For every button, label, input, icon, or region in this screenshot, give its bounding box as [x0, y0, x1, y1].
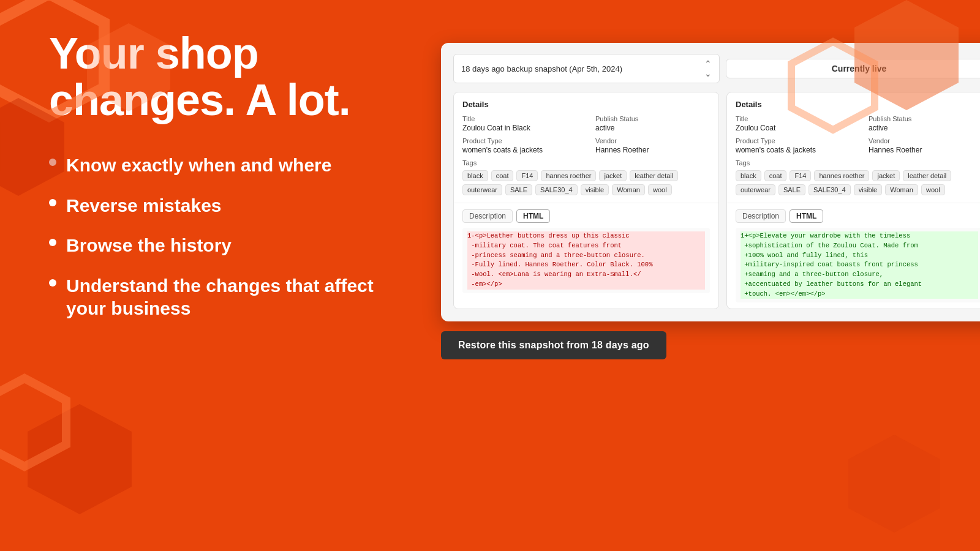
bullet-dot-4 — [49, 279, 56, 287]
diff-line: +sophistication of the Zoulou Coat. Made… — [741, 241, 978, 251]
snapshot-tags: blackcoatF14hannes roetherjacketleather … — [462, 170, 710, 195]
tag: outerwear — [462, 184, 502, 195]
bullet-text-2: Reverse mistakes — [66, 194, 222, 217]
live-tags-label: Tags — [736, 159, 980, 167]
comparison-panel: 18 days ago backup snapshot (Apr 5th, 20… — [441, 43, 980, 321]
live-diff-tabs: Description HTML — [736, 209, 980, 223]
snapshot-type-label: Product Type — [462, 137, 577, 144]
tag: Woman — [612, 184, 645, 195]
tag: visible — [581, 184, 609, 195]
snapshot-details-section: Details Title Zoulou Coat in Black Publi… — [454, 92, 718, 203]
snapshot-publish-label: Publish Status — [595, 115, 710, 122]
live-type-row: Product Type women's coats & jackets Ven… — [736, 137, 980, 154]
bullet-dot-3 — [49, 239, 56, 246]
diff-line: -Wool. <em>Lana is wearing an Extra-Smal… — [467, 270, 705, 280]
live-description-tab[interactable]: Description — [736, 209, 786, 223]
snapshot-title-value: Zoulou Coat in Black — [462, 124, 577, 132]
snapshot-diff-tabs: Description HTML — [462, 209, 710, 223]
snapshot-html-tab[interactable]: HTML — [516, 209, 550, 223]
tag: black — [736, 170, 761, 181]
tag: leather detail — [903, 170, 951, 181]
live-html-tab[interactable]: HTML — [790, 209, 823, 223]
snapshot-selector[interactable]: 18 days ago backup snapshot (Apr 5th, 20… — [453, 54, 720, 83]
snapshot-diff-section: Description HTML 1-<p>Leather buttons dr… — [454, 203, 718, 299]
live-type-label: Product Type — [736, 137, 850, 144]
tag: coat — [491, 170, 514, 181]
bullet-text-1: Know exactly when and where — [66, 154, 331, 177]
diff-line: 1+<p>Elevate your wardrobe with the time… — [741, 231, 978, 241]
tag: jacket — [599, 170, 627, 181]
bullet-text-3: Browse the history — [66, 234, 232, 257]
snapshot-vendor-value: Hannes Roether — [595, 146, 710, 154]
tag: jacket — [872, 170, 900, 181]
bullet-list: Know exactly when and where Reverse mist… — [49, 154, 404, 320]
snapshot-vendor-label: Vendor — [595, 137, 710, 144]
diff-line: -em></p> — [467, 280, 705, 290]
live-type-value: women's coats & jackets — [736, 146, 850, 154]
live-vendor-label: Vendor — [869, 137, 980, 144]
live-tags: blackcoatF14hannes roetherjacketleather … — [736, 170, 980, 195]
snapshot-section-title: Details — [462, 100, 710, 109]
tag: black — [462, 170, 488, 181]
page-container: Your shop changes. A lot. Know exactly w… — [0, 0, 980, 551]
bullet-item-1: Know exactly when and where — [49, 154, 404, 177]
snapshot-diff-code: 1-<p>Leather buttons dress up this class… — [462, 228, 710, 293]
tag: SALE30_4 — [809, 184, 851, 195]
tag: Woman — [885, 184, 918, 195]
snapshot-publish-value: active — [595, 124, 710, 132]
tag: SALE — [505, 184, 532, 195]
live-publish-group: Publish Status active — [869, 115, 980, 132]
snapshot-title-group: Title Zoulou Coat in Black — [462, 115, 577, 132]
snapshot-description-tab[interactable]: Description — [462, 209, 513, 223]
live-diff-section: Description HTML 1+<p>Elevate your wardr… — [727, 203, 980, 309]
live-title-label: Title — [736, 115, 850, 122]
diff-line: +seaming and a three-button closure, — [741, 270, 978, 280]
bullet-dot-1 — [49, 159, 56, 166]
live-column: Details Title Zoulou Coat Publish Status… — [726, 92, 980, 309]
live-publish-value: active — [869, 124, 980, 132]
right-column: 18 days ago backup snapshot (Apr 5th, 20… — [441, 24, 980, 359]
tag: SALE30_4 — [535, 184, 578, 195]
tag: F14 — [790, 170, 811, 181]
live-details-section: Details Title Zoulou Coat Publish Status… — [727, 92, 980, 203]
live-section-title: Details — [736, 100, 980, 109]
tag: SALE — [778, 184, 805, 195]
bullet-text-4: Understand the changes that affect your … — [66, 274, 404, 320]
snapshot-vendor-group: Vendor Hannes Roether — [595, 137, 710, 154]
comparison-body: Details Title Zoulou Coat in Black Publi… — [453, 92, 980, 309]
chevron-icon: ⌃⌄ — [704, 59, 712, 78]
tag: leather detail — [630, 170, 678, 181]
panel-header: 18 days ago backup snapshot (Apr 5th, 20… — [453, 54, 980, 83]
live-vendor-value: Hannes Roether — [869, 146, 980, 154]
snapshot-type-group: Product Type women's coats & jackets — [462, 137, 577, 154]
bullet-item-3: Browse the history — [49, 234, 404, 257]
snapshot-label: 18 days ago backup snapshot (Apr 5th, 20… — [461, 64, 622, 73]
main-title: Your shop changes. A lot. — [49, 31, 404, 123]
snapshot-publish-group: Publish Status active — [595, 115, 710, 132]
live-title-group: Title Zoulou Coat — [736, 115, 850, 132]
snapshot-type-value: women's coats & jackets — [462, 146, 577, 154]
diff-line: +100% wool and fully lined, this — [741, 251, 978, 261]
diff-line: -princess seaming and a three-button clo… — [467, 251, 705, 261]
diff-line: +touch. <em></em></p> — [741, 290, 978, 299]
live-diff-code: 1+<p>Elevate your wardrobe with the time… — [736, 228, 980, 302]
tag: visible — [854, 184, 883, 195]
restore-button[interactable]: Restore this snapshot from 18 days ago — [441, 331, 666, 359]
snapshot-type-row: Product Type women's coats & jackets Ven… — [462, 137, 710, 154]
live-title-value: Zoulou Coat — [736, 124, 850, 132]
bullet-dot-2 — [49, 199, 56, 206]
snapshot-title-label: Title — [462, 115, 577, 122]
snapshot-title-row: Title Zoulou Coat in Black Publish Statu… — [462, 115, 710, 132]
live-label: Currently live — [726, 59, 980, 78]
snapshot-column: Details Title Zoulou Coat in Black Publi… — [453, 92, 719, 309]
tag: coat — [764, 170, 787, 181]
bullet-item-4: Understand the changes that affect your … — [49, 274, 404, 320]
live-title-row: Title Zoulou Coat Publish Status active — [736, 115, 980, 132]
diff-line: +accentuated by leather buttons for an e… — [741, 280, 978, 290]
tag: hannes roether — [541, 170, 596, 181]
bullet-item-2: Reverse mistakes — [49, 194, 404, 217]
diff-line: +military-inspired coat boasts front pri… — [741, 260, 978, 270]
diff-line: -military coat. The coat features front — [467, 241, 705, 251]
snapshot-tags-label: Tags — [462, 159, 710, 167]
live-type-group: Product Type women's coats & jackets — [736, 137, 850, 154]
